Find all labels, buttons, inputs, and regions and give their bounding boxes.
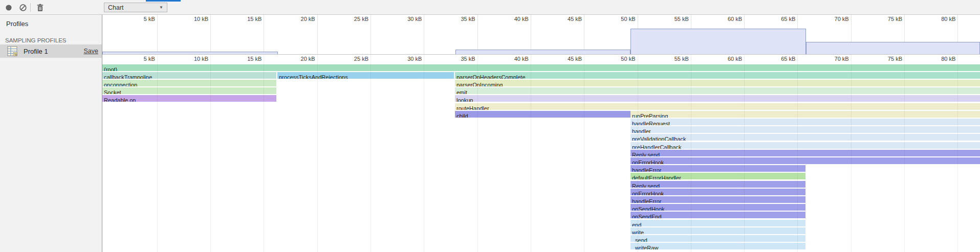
profile-grid-icon: % [7,46,18,56]
flame-bar-label: onSendHook [630,206,665,211]
flame-gridline [957,55,958,252]
flame-bar[interactable]: handleError [630,165,805,172]
overview-gridline [157,15,158,54]
overview-axis-tick-label: 30 kB [384,16,422,22]
overview-axis-tick-label: 75 kB [864,16,902,22]
flame-bar-label: parserOnIncoming [455,82,503,86]
flame-bar-label: child [455,113,468,118]
block-icon[interactable] [17,2,29,13]
flame-gridline [317,55,318,252]
flame-bar[interactable]: onSendHook [630,204,805,211]
ruler-tick-label: 55 kB [651,56,689,62]
flame-bar[interactable]: emit [455,87,980,94]
sidebar-item-profile-1[interactable]: % Profile 1 Save [0,44,102,58]
record-icon[interactable] [3,2,15,13]
flame-bar[interactable]: handler [630,126,980,133]
flame-bar[interactable]: onconnection [102,80,276,86]
overview-axis-tick-label: 60 kB [704,16,742,22]
overview-memory-step [806,42,980,54]
flame-bar[interactable]: onErrorHook [630,157,980,164]
overview-axis-tick-label: 50 kB [598,16,636,22]
flame-bar-label: handler [630,128,651,133]
flame-bar-label: preHandlerCallback [630,144,682,149]
ruler-tick-label: 15 kB [224,56,262,62]
overview-memory-step [455,50,630,54]
flame-bar-label: onErrorHook [630,159,664,164]
flame-bar[interactable]: preValidationCallback [630,134,980,141]
flame-bar[interactable]: _send [630,235,805,242]
flame-bar[interactable]: Reply.send [630,150,980,156]
overview-axis-tick-label: 70 kB [811,16,849,22]
flame-gridline [531,55,531,252]
flame-bar[interactable]: end [630,220,805,226]
ruler-tick-label: 70 kB [811,56,849,62]
active-tab-underline [146,0,181,2]
flame-gridline [904,55,905,252]
ruler-tick-label: 20 kB [277,56,315,62]
flame-bar[interactable]: child [455,111,630,118]
flame-bar[interactable]: runPreParsing [630,111,980,118]
ruler-tick-label: 35 kB [438,56,475,62]
flame-bar[interactable]: routeHandler [455,103,980,110]
flame-gridline [691,55,691,252]
flame-bar-label: Reply.send [630,152,660,156]
flame-bar[interactable]: processTicksAndRejections [277,72,454,79]
devtools-memory-profiler: Chart ▼ Profiles SAMPLING PROFILES % Pro… [0,0,980,252]
flame-bar-label: _send [630,237,647,242]
flame-bar-label: onconnection [102,82,137,86]
flame-bar[interactable]: Reply.send [630,181,805,188]
flame-bar[interactable]: Socket [102,87,276,94]
flame-bar[interactable]: onErrorHook [630,189,805,195]
flame-bar[interactable]: handleError [630,196,805,203]
flame-gridline [638,55,638,252]
flame-bar[interactable]: defaultErrorHandler [630,173,805,179]
flame-bar[interactable]: parserOnHeadersComplete [455,72,980,79]
overview-axis-tick-label: 10 kB [170,16,208,22]
flame-bar-label: routeHandler [455,105,489,110]
ruler-tick-label: 40 kB [491,56,529,62]
flame-gridline [477,55,478,252]
flame-bar-label: _writeRaw [630,245,658,249]
flame-gridline [584,55,584,252]
flame-bar[interactable]: write_ [630,227,805,234]
flame-bar-label: processTicksAndRejections [277,74,348,79]
flame-bar-label: parserOnHeadersComplete [455,74,526,79]
flame-bar-label: preValidationCallback [630,136,686,141]
profiles-title: Profiles [6,20,28,28]
flame-bar[interactable]: _writeRaw [630,243,805,249]
flame-bar-label: Reply.send [630,183,660,188]
flame-gridline [744,55,745,252]
flame-bar[interactable]: callbackTrampoline [102,72,276,79]
flame-bar[interactable]: lookup [455,95,980,102]
flame-bar-label: handleRequest [630,121,670,125]
sidebar: Profiles SAMPLING PROFILES % Profile 1 S… [0,15,102,252]
flame-bar-label: emit [455,89,467,94]
trash-icon[interactable] [34,2,46,13]
flame-bar[interactable]: (root) [102,64,980,71]
svg-text:%: % [14,53,17,56]
flame-bar-label: handleError [630,198,661,203]
flame-bar[interactable]: handleRequest [630,119,980,125]
ruler-tick-label: 80 kB [918,56,955,62]
profile-save-link[interactable]: Save [84,48,99,55]
flame-gridline [264,55,264,252]
overview-axis-tick-label: 40 kB [491,16,529,22]
flame-bar-label: end [630,222,641,226]
profile-name: Profile 1 [24,48,48,55]
flame-bar[interactable]: parserOnIncoming [455,80,980,86]
ruler-tick-label: 25 kB [331,56,368,62]
flame-bar[interactable]: onSendEnd [630,212,805,218]
flame-gridline [851,55,852,252]
flame-bar-label: write_ [630,230,647,234]
overview-axis-tick-label: 35 kB [438,16,475,22]
flame-chart-pane[interactable]: 5 kB5 kB10 kB10 kB15 kB15 kB20 kB20 kB25… [102,15,980,252]
view-mode-select[interactable]: Chart ▼ [104,3,167,12]
flame-bar-label: Socket [102,89,121,94]
flame-bar[interactable]: Readable.on [102,95,276,102]
flame-bar-label: defaultErrorHandler [630,175,681,179]
overview-gridline [477,15,478,54]
flame-bar[interactable]: preHandlerCallback [630,142,980,149]
flame-gridline [210,55,211,252]
flame-bar-label: onSendEnd [630,214,662,218]
ruler-tick-label: 75 kB [864,56,902,62]
